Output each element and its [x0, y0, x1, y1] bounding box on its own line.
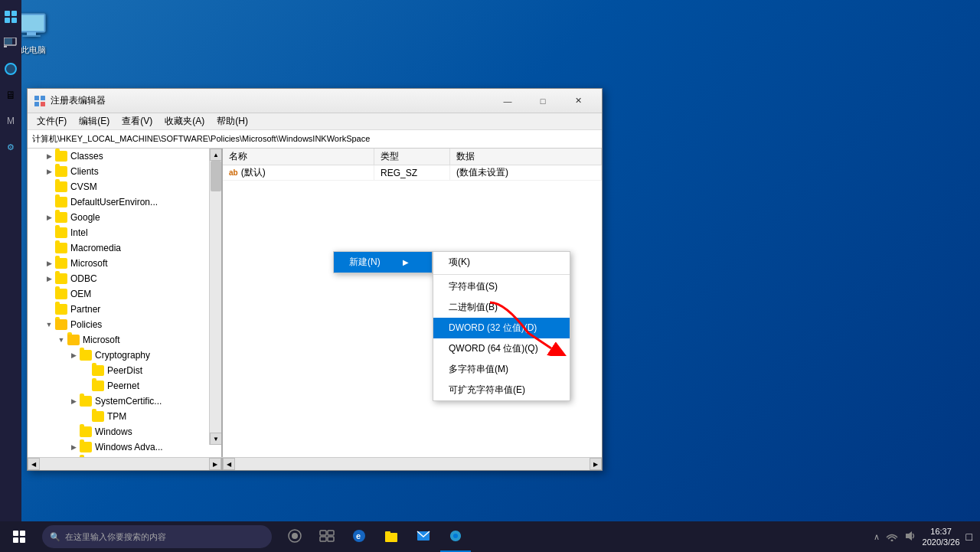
menu-view[interactable]: 查看(V) — [116, 113, 158, 129]
expand-clients[interactable]: ▶ — [43, 165, 55, 178]
tray-icons: ∧ — [874, 532, 880, 542]
right-hscroll-left[interactable]: ◀ — [223, 458, 235, 470]
right-hscroll-track — [235, 458, 590, 470]
tree-item-tpm[interactable]: TPM — [28, 409, 221, 424]
left-task-2[interactable] — [2, 34, 20, 52]
tree-item-peerdist[interactable]: PeerDist — [28, 363, 221, 378]
start-button[interactable] — [0, 521, 38, 552]
tree-pane[interactable]: ▶ Classes ▶ Clients CVSM Def — [28, 149, 223, 457]
svg-point-17 — [292, 533, 298, 539]
tree-item-systemcertific[interactable]: ▶ SystemCertific... — [28, 394, 221, 409]
col-header-name: 名称 — [223, 149, 374, 165]
svg-rect-3 — [11, 18, 17, 23]
tree-scroll-down[interactable]: ▼ — [210, 433, 222, 445]
tree-item-clients[interactable]: ▶ Clients — [28, 164, 221, 179]
tree-item-windowsadva[interactable]: ▶ Windows Adva... — [28, 439, 221, 455]
tree-item-classes[interactable]: ▶ Classes — [28, 149, 221, 164]
tree-item-windowsdefe[interactable]: ▶ Windows Defe... — [28, 455, 221, 457]
start-icon — [13, 531, 25, 543]
tree-item-partner[interactable]: Partner — [28, 302, 221, 317]
left-task-4[interactable]: 🖥 — [2, 86, 20, 104]
sub-item-binary[interactable]: 二进制值(B) — [433, 297, 570, 318]
expand-windowsadva[interactable]: ▶ — [67, 441, 80, 453]
tree-item-peernet[interactable]: Peernet — [28, 378, 221, 394]
taskbar-app-cortana[interactable] — [279, 521, 310, 552]
right-hscroll-right[interactable]: ▶ — [590, 458, 602, 470]
taskbar-app-misc[interactable] — [440, 521, 471, 552]
tree-hscroll-right[interactable]: ▶ — [209, 458, 221, 470]
expand-cryptography[interactable]: ▶ — [67, 349, 80, 361]
expand-windowsdefe[interactable]: ▶ — [67, 456, 80, 457]
tree-item-odbc[interactable]: ▶ ODBC — [28, 271, 221, 286]
menu-edit[interactable]: 编辑(E) — [73, 113, 116, 129]
menu-favorites[interactable]: 收藏夹(A) — [158, 113, 211, 129]
expand-policies[interactable]: ▼ — [43, 318, 55, 331]
taskbar-app-edge[interactable]: e — [344, 521, 374, 552]
tree-item-google[interactable]: ▶ Google — [28, 210, 221, 225]
svg-rect-6 — [4, 46, 7, 47]
tree-item-defaultuser[interactable]: DefaultUserEnviron... — [28, 194, 221, 210]
tray-volume[interactable] — [904, 531, 916, 543]
parent-context-menu: 新建(N) ▶ — [333, 251, 433, 273]
tray-network[interactable] — [886, 531, 898, 543]
svg-text:e: e — [356, 531, 361, 541]
tree-item-macromedia[interactable]: Macromedia — [28, 240, 221, 256]
left-task-5[interactable]: M — [2, 112, 20, 130]
tray-notification[interactable]: □ — [966, 531, 972, 543]
folder-icon-classes — [55, 151, 67, 162]
tree-label-classes: Classes — [70, 151, 103, 162]
expand-policies-microsoft[interactable]: ▼ — [55, 334, 67, 346]
tree-label-intel: Intel — [70, 227, 88, 238]
taskbar-search[interactable]: 🔍 在这里输入你要搜索的内容 — [42, 525, 272, 548]
expand-partner — [43, 303, 55, 315]
minimize-button[interactable]: — — [490, 89, 525, 113]
svg-point-27 — [453, 534, 458, 538]
sub-item-multistring[interactable]: 多字符串值(M) — [433, 359, 570, 380]
tree-item-oem[interactable]: OEM — [28, 286, 221, 302]
taskbar-clock[interactable]: 16:37 2020/3/26 — [923, 526, 960, 548]
expand-odbc[interactable]: ▶ — [43, 273, 55, 285]
this-pc-label: 此电脑 — [21, 44, 46, 56]
tree-item-intel[interactable]: Intel — [28, 225, 221, 240]
expand-systemcertific[interactable]: ▶ — [67, 395, 80, 407]
menu-help[interactable]: 帮助(H) — [211, 113, 254, 129]
folder-icon-peernet — [92, 381, 104, 391]
tree-item-cryptography[interactable]: ▶ Cryptography — [28, 348, 221, 363]
tree-item-policies[interactable]: ▼ Policies — [28, 317, 221, 332]
tree-scroll-up[interactable]: ▲ — [210, 149, 222, 161]
close-button[interactable]: ✕ — [560, 89, 596, 113]
left-task-3[interactable] — [2, 60, 20, 78]
tree-h-scrollbar[interactable]: ◀ ▶ — [28, 458, 223, 470]
tree-item-cvsm[interactable]: CVSM — [28, 179, 221, 194]
sub-item-qword[interactable]: QWORD (64 位值)(Q) — [433, 338, 570, 359]
tree-label-tpm: TPM — [107, 411, 126, 422]
left-task-6[interactable]: ⚙ — [2, 138, 20, 156]
tree-item-windows[interactable]: Windows — [28, 424, 221, 439]
table-row[interactable]: ab (默认) REG_SZ (数值未设置) — [223, 165, 602, 181]
taskbar-app-mail[interactable] — [408, 521, 439, 552]
expand-classes[interactable]: ▶ — [43, 150, 55, 162]
tree-scroll-thumb[interactable] — [211, 161, 221, 191]
folder-icon-microsoft — [55, 258, 67, 269]
folder-icon-cvsm — [55, 181, 67, 192]
folder-icon-cryptography — [80, 350, 92, 361]
tree-item-policies-microsoft[interactable]: ▼ Microsoft — [28, 332, 221, 348]
sub-item-dword[interactable]: DWORD (32 位值)(D) — [433, 318, 570, 338]
taskbar-app-taskview[interactable] — [312, 521, 342, 552]
sub-item-expandstring[interactable]: 可扩充字符串值(E) — [433, 380, 570, 400]
menu-file[interactable]: 文件(F) — [31, 113, 73, 129]
context-item-new[interactable]: 新建(N) ▶ — [334, 252, 432, 273]
tree-hscroll-left[interactable]: ◀ — [28, 458, 40, 470]
left-task-1[interactable] — [2, 8, 20, 26]
right-h-scrollbar[interactable]: ◀ ▶ — [223, 458, 602, 470]
tree-label-microsoft: Microsoft — [70, 258, 108, 269]
taskbar-tray: ∧ 16:37 2020/3/26 □ — [866, 526, 980, 548]
expand-google[interactable]: ▶ — [43, 211, 55, 224]
expand-microsoft[interactable]: ▶ — [43, 257, 55, 269]
sub-item-key[interactable]: 项(K) — [433, 252, 570, 273]
sub-item-string[interactable]: 字符串值(S) — [433, 276, 570, 297]
maximize-button[interactable]: □ — [525, 89, 560, 113]
taskbar-app-explorer[interactable] — [376, 521, 407, 552]
address-bar[interactable]: 计算机\HKEY_LOCAL_MACHINE\SOFTWARE\Policies… — [28, 130, 602, 149]
tree-item-microsoft[interactable]: ▶ Microsoft — [28, 256, 221, 271]
